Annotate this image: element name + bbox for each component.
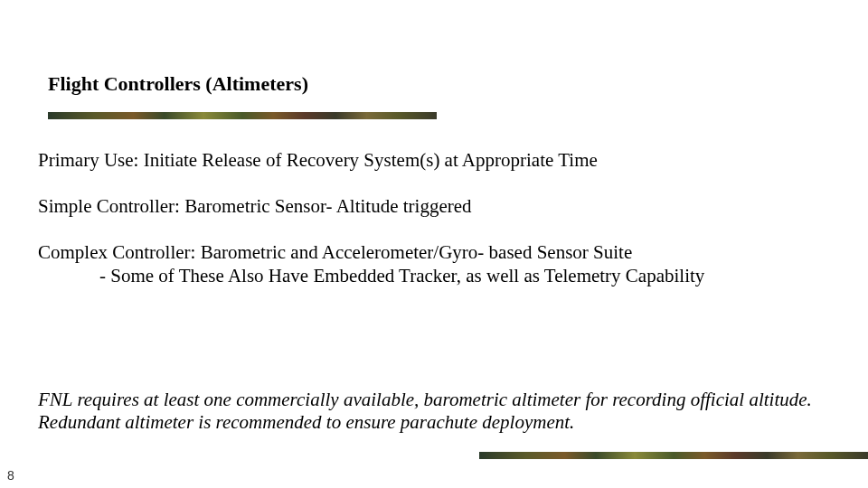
footnote: FNL requires at least one commercially a… [38, 389, 834, 434]
divider-bottom [479, 452, 868, 459]
divider-top [48, 112, 437, 119]
body-text: Primary Use: Initiate Release of Recover… [38, 149, 834, 311]
slide-title: Flight Controllers (Altimeters) [48, 72, 308, 96]
primary-use-line: Primary Use: Initiate Release of Recover… [38, 149, 834, 172]
complex-controller-line-1: Complex Controller: Barometric and Accel… [38, 241, 834, 264]
page-number: 8 [7, 468, 14, 483]
simple-controller-line: Simple Controller: Barometric Sensor- Al… [38, 195, 834, 218]
slide: Flight Controllers (Altimeters) Primary … [0, 0, 868, 488]
complex-controller-line-2: - Some of These Also Have Embedded Track… [38, 265, 834, 287]
